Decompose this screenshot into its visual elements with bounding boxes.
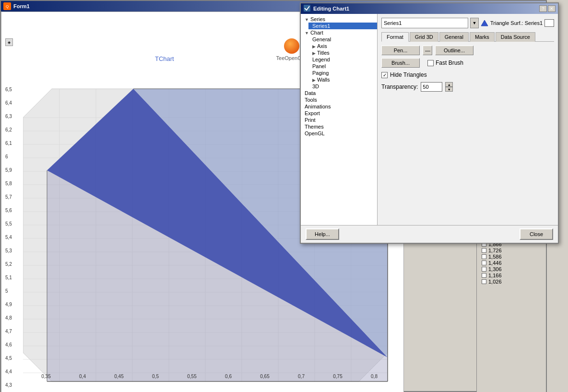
tab-grid3d[interactable]: Grid 3D <box>410 32 438 42</box>
tree-arrow-chart: ▼ <box>305 31 309 36</box>
format-content: Pen... — Outline... Brush... Fast Brush <box>381 46 554 92</box>
tree-arrow-axis: ▶ <box>312 44 316 49</box>
num-checkbox[interactable] <box>482 279 486 284</box>
pen-outline-row: Pen... — Outline... <box>381 46 554 55</box>
tree-item-animations[interactable]: Animations <box>301 103 377 110</box>
transparency-spin-up[interactable]: ▲ <box>445 82 453 87</box>
tab-format[interactable]: Format <box>381 32 409 42</box>
tree-item-axis[interactable]: ▶Axis <box>308 43 377 49</box>
series-label-right: Triangle Surf.: Series1 <box>481 19 554 27</box>
tree-item-titles[interactable]: ▶Titles <box>308 49 377 56</box>
dialog-title-icon <box>303 4 311 13</box>
transparency-input[interactable] <box>421 82 442 92</box>
transparency-spin-buttons: ▲ ▼ <box>445 82 453 92</box>
tabs-row: Format Grid 3D General Marks Data Source <box>381 32 554 42</box>
triangle-surf-icon <box>481 20 488 26</box>
dialog-question-button[interactable]: ? <box>539 5 547 12</box>
pen-button[interactable]: Pen... <box>381 46 420 55</box>
tree-item-tools[interactable]: Tools <box>301 96 377 103</box>
series-dropdown-button[interactable]: ▼ <box>470 18 479 28</box>
editing-dialog: Editing Chart1 ? ✕ ▼Series Series1 ▼Char… <box>300 2 559 244</box>
tree-item-legend[interactable]: Legend <box>308 56 377 63</box>
number-item: 1,306 <box>482 266 502 272</box>
transparency-row: Transparency: ▲ ▼ <box>381 82 554 92</box>
main-app-icon: Q <box>3 2 11 10</box>
tree-item-series1[interactable]: Series1 <box>308 23 377 29</box>
teegl-icon <box>284 38 299 54</box>
fast-brush-row: Fast Brush <box>427 59 463 66</box>
tree-item-print[interactable]: Print <box>301 117 377 123</box>
dialog-footer: Help... Close <box>301 225 558 243</box>
tree-item-chart[interactable]: ▼Chart <box>301 29 377 36</box>
tree-item-3d[interactable]: 3D <box>308 83 377 90</box>
brush-row: Brush... Fast Brush <box>381 58 554 68</box>
number-item: 1,446 <box>482 260 502 266</box>
outline-button[interactable]: Outline... <box>435 46 473 55</box>
num-checkbox[interactable] <box>482 267 486 272</box>
transparency-spin-down[interactable]: ▼ <box>445 87 453 92</box>
tree-arrow-series: ▼ <box>305 17 309 22</box>
x-axis-labels: 0,35 0,4 0,45 0,5 0,55 0,6 0,65 0,7 0,75… <box>28 374 392 379</box>
series-color-box[interactable] <box>544 19 554 27</box>
help-button[interactable]: Help... <box>306 228 339 240</box>
chart-corner-icon: ◈ <box>5 38 13 46</box>
dialog-body: ▼Series Series1 ▼Chart General ▶Axis ▶Ti… <box>301 14 558 225</box>
dialog-title-bar: Editing Chart1 ? ✕ <box>301 3 558 14</box>
series-type-label: Triangle Surf.: Series1 <box>490 20 543 26</box>
transparency-label: Transparency: <box>381 83 418 90</box>
tree-arrow-titles: ▶ <box>312 51 316 56</box>
tchart-label: TChart <box>155 55 174 62</box>
svg-marker-41 <box>481 20 488 26</box>
tab-marks[interactable]: Marks <box>470 32 495 42</box>
num-checkbox[interactable] <box>482 273 486 278</box>
brush-button[interactable]: Brush... <box>381 58 420 68</box>
dialog-title-buttons: ? ✕ <box>539 5 556 12</box>
tree-item-walls[interactable]: ▶Walls <box>308 76 377 83</box>
tree-item-themes[interactable]: Themes <box>301 123 377 130</box>
svg-text:Q: Q <box>6 4 9 9</box>
series-selector-row: ▼ Triangle Surf.: Series1 <box>381 18 554 28</box>
hide-triangles-label: Hide Triangles <box>390 71 427 78</box>
tree-item-export[interactable]: Export <box>301 110 377 117</box>
series-input[interactable] <box>381 18 468 28</box>
hide-triangles-checkbox[interactable] <box>381 72 388 78</box>
dialog-title: Editing Chart1 <box>313 6 539 12</box>
tree-arrow-walls: ▶ <box>312 78 316 83</box>
number-item: 1,586 <box>482 254 502 260</box>
config-panel: ▼ Triangle Surf.: Series1 Format Grid 3D… <box>378 14 558 225</box>
tree-item-panel[interactable]: Panel <box>308 63 377 70</box>
tree-item-data[interactable]: Data <box>301 90 377 96</box>
hide-triangles-row: Hide Triangles <box>381 71 554 78</box>
tree-item-general[interactable]: General <box>308 36 377 43</box>
tab-general[interactable]: General <box>439 32 469 42</box>
tree-item-opengl[interactable]: OpenGL <box>301 130 377 137</box>
number-item: 1,726 <box>482 248 502 253</box>
tree-item-paging[interactable]: Paging <box>308 70 377 76</box>
tree-item-series[interactable]: ▼Series <box>301 16 377 23</box>
number-item: 1,026 <box>482 279 502 285</box>
num-checkbox[interactable] <box>482 248 486 253</box>
y-axis-labels: 6,5 6,4 6,3 6,2 6,1 6 5,9 5,8 5,7 5,6 5,… <box>5 83 12 392</box>
dialog-close-button[interactable]: ✕ <box>548 5 556 12</box>
pen-minus-button[interactable]: — <box>423 46 432 55</box>
close-dialog-button[interactable]: Close <box>520 228 553 240</box>
num-checkbox[interactable] <box>482 261 486 265</box>
num-checkbox[interactable] <box>482 254 486 259</box>
tab-datasource[interactable]: Data Source <box>496 32 535 42</box>
tree-panel: ▼Series Series1 ▼Chart General ▶Axis ▶Ti… <box>301 14 378 225</box>
fast-brush-label: Fast Brush <box>436 59 463 66</box>
fast-brush-checkbox[interactable] <box>427 60 434 66</box>
number-item: 1,166 <box>482 273 502 278</box>
